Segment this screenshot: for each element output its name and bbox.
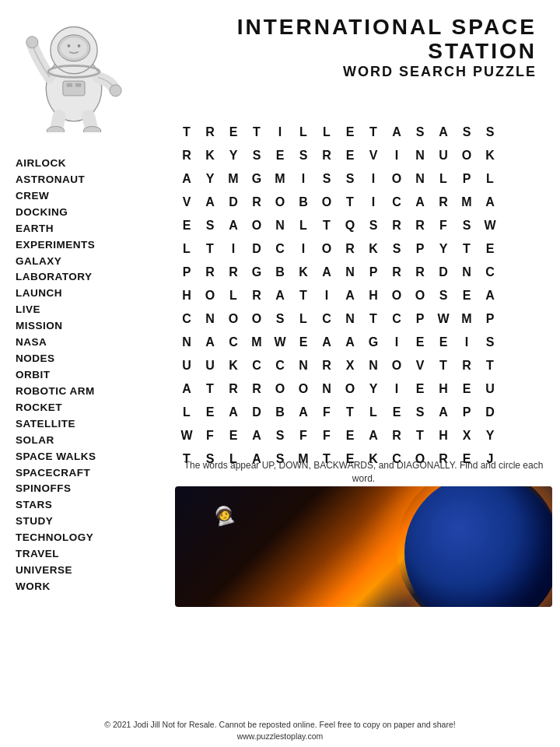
grid-cell: O [268, 191, 292, 214]
grid-cell: P [362, 261, 385, 284]
word-list-item: EXPERIMENTS [16, 237, 159, 254]
grid-cell: A [478, 284, 502, 307]
grid-cell: O [455, 144, 478, 167]
grid-row: ESAONLTQSRRFSW [175, 214, 502, 237]
grid-cell: L [315, 121, 338, 144]
grid-cell: R [175, 144, 198, 167]
grid-row: PRRGBKANPRRDNC [175, 261, 502, 284]
grid-cell: I [385, 377, 408, 401]
grid-cell: W [268, 331, 292, 354]
grid-cell: T [338, 191, 362, 214]
grid-cell: P [175, 261, 198, 284]
grid-cell: T [198, 377, 222, 401]
footer-line2: www.puzzlestoplay.com [0, 731, 560, 743]
grid-cell: D [245, 237, 268, 261]
grid-cell: S [478, 121, 502, 144]
grid-cell: A [292, 401, 315, 424]
grid-cell: E [175, 214, 198, 237]
grid-cell: T [198, 237, 222, 261]
grid-cell: K [292, 261, 315, 284]
word-list-item: MISSION [16, 318, 159, 335]
grid-cell: S [268, 424, 292, 447]
grid-cell: E [292, 331, 315, 354]
grid-cell: V [362, 144, 385, 167]
word-list-item: EARTH [16, 221, 159, 237]
grid-cell: C [245, 354, 268, 377]
grid-cell: Y [362, 377, 385, 401]
grid-cell: M [268, 167, 292, 191]
grid-cell: I [292, 167, 315, 191]
grid-cell: O [245, 214, 268, 237]
grid-cell: A [478, 191, 502, 214]
grid-cell: C [385, 307, 408, 331]
page-subtitle: WORD SEARCH PUZZLE [171, 64, 537, 80]
grid-cell: R [222, 377, 245, 401]
svg-point-6 [26, 37, 38, 48]
grid-cell: R [245, 284, 268, 307]
grid-cell: I [268, 121, 292, 144]
word-list-item: ASTRONAUT [16, 172, 159, 188]
grid-cell: A [432, 401, 455, 424]
instructions-content: The words appear UP, DOWN, BACKWARDS, an… [184, 460, 544, 484]
grid-cell: S [408, 401, 432, 424]
word-list-item: NODES [16, 351, 159, 367]
grid-row: UUKCCNRXNOVTRT [175, 354, 502, 377]
word-list-item: STUDY [16, 514, 159, 530]
grid-cell: O [315, 191, 338, 214]
grid-cell: U [175, 354, 198, 377]
grid-cell: P [455, 401, 478, 424]
grid-cell: W [432, 307, 455, 331]
grid-cell: C [478, 261, 502, 284]
grid-cell: A [198, 331, 222, 354]
grid-cell: E [408, 377, 432, 401]
grid-cell: I [315, 284, 338, 307]
grid-cell: N [408, 144, 432, 167]
grid-cell: B [268, 261, 292, 284]
grid-row: CNOOSLCNTCPWMP [175, 307, 502, 331]
grid-cell: C [175, 307, 198, 331]
word-list-item: ORBIT [16, 367, 159, 384]
grid-cell: R [385, 214, 408, 237]
grid-cell: T [292, 284, 315, 307]
grid-cell: A [315, 331, 338, 354]
grid-cell: L [362, 401, 385, 424]
grid-cell: A [268, 284, 292, 307]
page-title: INTERNATIONAL SPACE STATION [171, 16, 537, 64]
grid-row: ATRROONOYIEHEU [175, 377, 502, 401]
grid-cell: R [338, 237, 362, 261]
grid-cell: Y [432, 237, 455, 261]
svg-rect-11 [67, 83, 73, 87]
grid-cell: D [478, 401, 502, 424]
grid-cell: S [362, 214, 385, 237]
grid-cell: F [315, 401, 338, 424]
grid-cell: E [478, 237, 502, 261]
word-list-item: CREW [16, 188, 159, 205]
grid-row: LEADBAFTLESAPD [175, 401, 502, 424]
grid-cell: N [198, 307, 222, 331]
grid-cell: A [245, 424, 268, 447]
grid-cell: C [385, 191, 408, 214]
grid-cell: T [362, 121, 385, 144]
grid-cell: P [455, 167, 478, 191]
grid-cell: V [175, 191, 198, 214]
grid-cell: R [198, 121, 222, 144]
grid-cell: L [175, 401, 198, 424]
grid-cell: I [292, 237, 315, 261]
grid-cell: F [432, 214, 455, 237]
word-list-item: UNIVERSE [16, 563, 159, 579]
grid-cell: S [292, 144, 315, 167]
grid-cell: H [362, 284, 385, 307]
grid-cell: A [222, 214, 245, 237]
grid-cell: E [222, 121, 245, 144]
grid-table: TRETILLETASASSRKYSESREVINUOKAYMGMISSIONL… [175, 121, 502, 471]
grid-cell: A [222, 401, 245, 424]
grid-cell: S [245, 144, 268, 167]
grid-cell: I [362, 167, 385, 191]
word-list-item: TRAVEL [16, 546, 159, 563]
grid-cell: P [408, 237, 432, 261]
grid-cell: D [222, 191, 245, 214]
grid-cell: N [362, 354, 385, 377]
grid-cell: H [432, 377, 455, 401]
grid-cell: K [198, 144, 222, 167]
grid-cell: T [455, 237, 478, 261]
